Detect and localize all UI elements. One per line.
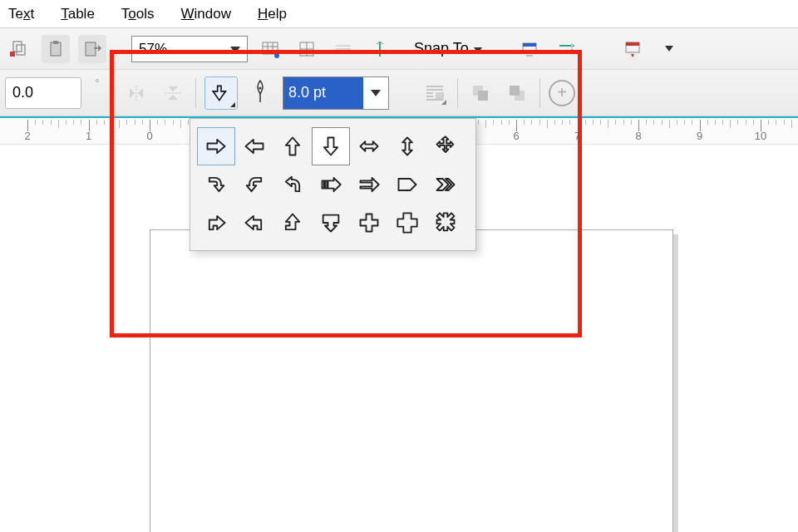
zoom-value: 57% (139, 41, 167, 57)
shape-option-arrow-open-right[interactable] (350, 165, 388, 204)
shape-option-arrow-right-curve-down[interactable] (197, 165, 235, 204)
svg-point-7 (274, 53, 279, 58)
import-icon[interactable] (78, 35, 106, 63)
degree-icon: ° (90, 77, 105, 109)
separator (539, 78, 540, 108)
plus-icon: + (549, 80, 575, 106)
ruler-label: 7 (574, 130, 580, 142)
shape-option-cross-thick[interactable] (388, 204, 426, 242)
menu-help[interactable]: Help (254, 2, 290, 26)
options-gear-icon[interactable] (552, 35, 580, 63)
property-bar: 0.0 ° 8.0 pt + (0, 70, 798, 116)
text-wrap-icon[interactable] (421, 79, 449, 107)
snap-guidelines-icon[interactable] (366, 35, 394, 63)
shape-option-arrow-chevron-right[interactable] (426, 165, 465, 204)
chevron-down-icon (363, 90, 388, 96)
mirror-vertical-icon[interactable] (159, 79, 187, 107)
svg-rect-14 (436, 92, 444, 99)
arrow-shapes-button[interactable] (204, 76, 238, 110)
snap-baseline-icon[interactable] (329, 35, 357, 63)
grid-icon[interactable] (256, 35, 284, 63)
shape-option-arrow-up[interactable] (273, 127, 312, 165)
snap-to-label[interactable]: Snap To (414, 40, 469, 57)
svg-rect-16 (478, 91, 488, 101)
shape-option-arrow-left-curve-down[interactable] (235, 165, 273, 204)
zoom-combo[interactable]: 57% (131, 36, 248, 62)
shape-option-arrow-bent-up[interactable] (273, 204, 312, 242)
ruler-label: 10 (755, 130, 766, 142)
svg-point-13 (259, 86, 262, 89)
snap-to-dropdown-icon[interactable] (474, 42, 482, 56)
to-back-icon[interactable] (503, 79, 531, 107)
flyout-indicator-icon (230, 102, 235, 107)
standard-toolbar: 57% Snap To (0, 28, 798, 70)
shape-option-cross-open[interactable] (350, 204, 388, 242)
menu-table[interactable]: Table (57, 2, 98, 26)
ruler-label: 6 (513, 130, 519, 142)
arrow-shapes-flyout[interactable] (190, 118, 476, 251)
shape-option-arrow-striped-right[interactable] (312, 165, 350, 204)
svg-rect-18 (510, 86, 520, 96)
shape-option-arrow-down[interactable] (312, 127, 350, 165)
shape-option-arrow-left-right[interactable] (350, 127, 388, 165)
separator (457, 78, 458, 108)
app-launcher-icon[interactable] (618, 35, 647, 63)
svg-rect-0 (13, 42, 22, 52)
ruler-label: 2 (24, 130, 30, 142)
outline-width-combo[interactable]: 8.0 pt (283, 76, 389, 110)
ruler-label: 9 (697, 130, 702, 142)
rotation-input[interactable]: 0.0 (5, 77, 81, 109)
shape-option-arrow-up-down[interactable] (388, 127, 426, 165)
separator (113, 78, 114, 108)
chevron-down-icon (230, 41, 240, 57)
to-front-icon[interactable] (466, 79, 495, 107)
snap-grid-icon[interactable] (293, 35, 321, 63)
svg-rect-2 (10, 52, 15, 57)
ruler-label: 1 (86, 130, 91, 142)
svg-rect-10 (523, 43, 536, 47)
menu-text[interactable]: Text (5, 2, 37, 26)
svg-rect-4 (53, 41, 58, 44)
svg-rect-6 (263, 42, 278, 54)
app-dropdown-icon[interactable] (655, 35, 683, 63)
add-button[interactable]: + (549, 80, 575, 106)
menu-tools[interactable]: Tools (118, 2, 158, 26)
rotation-value: 0.0 (12, 84, 33, 101)
shape-option-arrow-left[interactable] (235, 127, 273, 165)
page[interactable] (150, 229, 673, 532)
flyout-indicator-icon (441, 100, 446, 105)
svg-rect-1 (17, 45, 25, 55)
shape-option-arrow-up-curve-left[interactable] (273, 165, 312, 204)
shape-option-arrow-quad[interactable] (426, 127, 465, 165)
menu-bar: Text Table Tools Window Help (0, 0, 798, 28)
copy-icon[interactable] (5, 35, 33, 63)
menu-window[interactable]: Window (178, 2, 234, 26)
ruler-label: 0 (146, 130, 152, 142)
shape-option-arrow-bent-right[interactable] (197, 204, 235, 242)
shape-option-cross-quad[interactable] (426, 204, 465, 242)
mirror-horizontal-icon[interactable] (122, 79, 150, 107)
svg-rect-12 (626, 42, 639, 46)
shape-option-arrow-bent-left[interactable] (235, 204, 273, 242)
launch-options-icon[interactable] (515, 35, 544, 63)
svg-rect-5 (86, 42, 96, 56)
shape-option-arrow-pentagon-right[interactable] (388, 165, 426, 204)
shape-option-arrow-callout-down[interactable] (312, 204, 350, 242)
ruler-label: 8 (635, 130, 641, 142)
shape-option-arrow-right[interactable] (197, 127, 235, 165)
separator (195, 78, 196, 108)
paste-icon[interactable] (42, 35, 70, 63)
pen-icon[interactable] (246, 79, 274, 107)
svg-rect-3 (51, 42, 61, 56)
outline-width-value: 8.0 pt (283, 77, 363, 109)
